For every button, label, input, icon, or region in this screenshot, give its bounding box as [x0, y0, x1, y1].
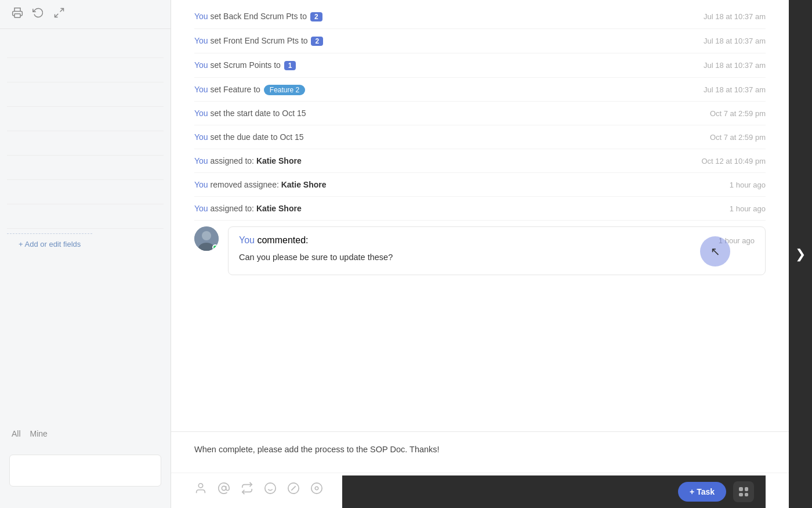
activity-action: set Feature to — [211, 85, 263, 94]
svg-point-13 — [311, 482, 322, 493]
activity-assignee: Katie Shore — [256, 156, 302, 165]
field-row — [7, 156, 164, 180]
sidebar-toolbar — [0, 0, 171, 29]
all-mine-tabs: All Mine — [0, 422, 171, 450]
history-icon[interactable] — [32, 7, 44, 21]
cursor-blob: ↖ — [700, 236, 730, 266]
activity-row: You set Front End Scrum Pts to 2 Jul 18 … — [194, 29, 766, 53]
record-icon[interactable] — [310, 482, 323, 498]
svg-point-4 — [202, 231, 211, 240]
activity-you: You — [194, 109, 208, 118]
activity-row: You set Feature to Feature 2 Jul 18 at 1… — [194, 78, 766, 102]
activity-action: removed assignee: — [211, 180, 281, 189]
activity-text: You removed assignee: Katie Shore — [194, 180, 673, 189]
field-row — [7, 107, 164, 131]
activity-action: set Front End Scrum Pts to — [211, 36, 310, 45]
activity-action: set Back End Scrum Pts to — [211, 12, 309, 21]
activity-you: You — [194, 60, 208, 70]
grid-dot — [745, 493, 749, 497]
add-fields-button[interactable]: + Add or edit fields — [7, 233, 92, 254]
activity-row: You assigned to: Katie Shore Oct 12 at 1… — [194, 149, 766, 173]
activity-time: 1 hour ago — [673, 204, 766, 213]
main-content: You set Back End Scrum Pts to 2 Jul 18 a… — [171, 0, 789, 508]
activity-text: You assigned to: Katie Shore — [194, 156, 673, 165]
sidebar-fields: + Add or edit fields — [0, 29, 171, 422]
activity-time: Jul 18 at 10:37 am — [673, 85, 766, 94]
svg-line-12 — [291, 486, 295, 490]
tab-mine[interactable]: Mine — [30, 427, 48, 441]
grid-dot — [745, 487, 749, 491]
field-row — [7, 34, 164, 58]
at-icon[interactable] — [217, 482, 230, 498]
activity-text: You set the start date to Oct 15 — [194, 109, 673, 118]
comment-header: You commented: 1 hour ago — [239, 235, 755, 246]
activity-time: Oct 12 at 10:49 pm — [673, 157, 766, 165]
svg-rect-0 — [14, 14, 20, 18]
activity-action: assigned to: — [211, 204, 256, 213]
activity-action: set the start date to Oct 15 — [211, 109, 306, 118]
badge-value: 2 — [310, 12, 322, 21]
svg-point-7 — [222, 486, 226, 490]
activity-you: You — [194, 36, 208, 45]
activity-time: Jul 18 at 10:37 am — [673, 61, 766, 70]
badge-feature: Feature 2 — [264, 85, 305, 95]
activity-time: Oct 7 at 2:59 pm — [673, 109, 766, 118]
tab-all[interactable]: All — [12, 427, 21, 441]
add-task-button[interactable]: + Task — [678, 482, 726, 502]
field-row — [7, 204, 164, 229]
slash-icon[interactable] — [287, 482, 300, 498]
activity-you: You — [194, 85, 208, 94]
grid-menu-button[interactable] — [733, 481, 754, 502]
comment-author-text: commented: — [257, 235, 308, 245]
activity-row: You assigned to: Katie Shore 1 hour ago — [194, 197, 766, 221]
comment-card: You commented: 1 hour ago Can you please… — [228, 226, 766, 275]
grid-dot — [739, 493, 743, 497]
activity-row: You removed assignee: Katie Shore 1 hour… — [194, 173, 766, 197]
grid-dot — [739, 487, 743, 491]
badge-value: 2 — [311, 37, 323, 46]
svg-line-2 — [55, 14, 59, 17]
svg-point-6 — [198, 483, 202, 487]
activity-text: You set Front End Scrum Pts to 2 — [194, 36, 673, 46]
online-indicator — [212, 244, 218, 250]
avatar — [194, 226, 219, 251]
activity-you: You — [194, 156, 208, 165]
activity-you: You — [194, 132, 208, 142]
activity-action: set Scrum Points to — [211, 60, 283, 70]
right-panel: ❯ — [789, 0, 812, 508]
toolbar-icons-left — [194, 482, 323, 498]
comment-textbox[interactable]: When complete, please add the process to… — [171, 432, 789, 473]
svg-point-8 — [265, 482, 276, 493]
activity-time: Jul 18 at 10:37 am — [673, 12, 766, 21]
add-fields-label: + Add or edit fields — [19, 240, 81, 248]
chevron-right-icon[interactable]: ❯ — [795, 247, 806, 262]
activity-you: You — [194, 204, 208, 213]
expand-icon[interactable] — [53, 7, 65, 21]
activity-row: You set Scrum Points to 1 Jul 18 at 10:3… — [194, 53, 766, 78]
print-icon[interactable] — [12, 7, 23, 21]
activity-text: You set Feature to Feature 2 — [194, 85, 673, 94]
emoji-icon[interactable] — [264, 482, 277, 498]
activity-action: assigned to: — [211, 156, 256, 165]
comment-author: You commented: — [239, 235, 309, 246]
field-row — [7, 82, 164, 107]
comment-placeholder-text: When complete, please add the process to… — [194, 445, 440, 454]
activity-time: Oct 7 at 2:59 pm — [673, 133, 766, 142]
bottom-bar: + Task — [342, 475, 766, 508]
mention-person-icon[interactable] — [194, 482, 207, 498]
field-row — [7, 58, 164, 82]
activity-time: 1 hour ago — [673, 181, 766, 189]
arrows-icon[interactable] — [241, 482, 253, 498]
activity-row: You set Back End Scrum Pts to 2 Jul 18 a… — [194, 5, 766, 29]
activity-text: You set the due date to Oct 15 — [194, 132, 673, 142]
svg-line-1 — [60, 9, 64, 12]
comment-you: You — [239, 235, 255, 245]
sidebar-bottom-card — [9, 455, 161, 487]
sidebar-bottom-section — [0, 450, 171, 508]
cursor-arrow: ↖ — [710, 244, 720, 258]
activity-row: You set the due date to Oct 15 Oct 7 at … — [194, 125, 766, 149]
activity-you: You — [194, 12, 208, 21]
comment-body: Can you please be sure to update these? — [239, 251, 755, 264]
svg-point-14 — [315, 487, 318, 490]
activity-assignee: Katie Shore — [281, 180, 327, 189]
